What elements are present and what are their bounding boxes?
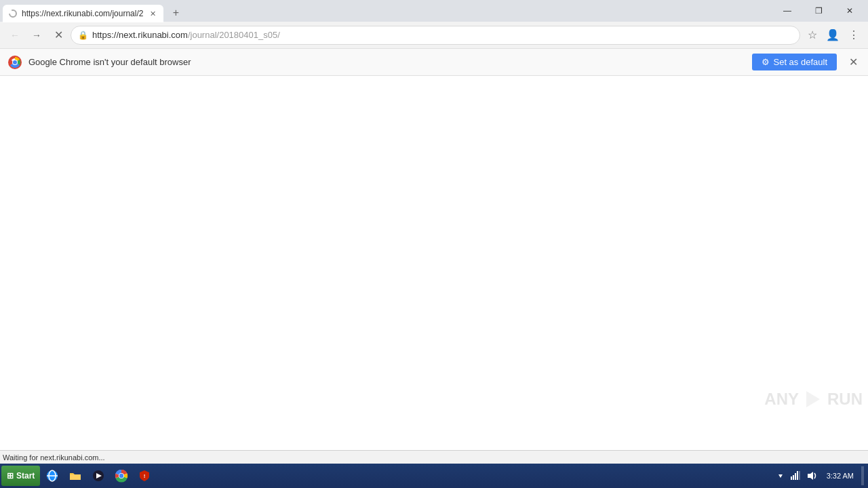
start-label: Start (16, 471, 35, 481)
close-button[interactable]: ✕ (834, 0, 865, 22)
start-icon: ⊞ (7, 471, 14, 481)
tray-volume-button[interactable] (804, 466, 819, 485)
new-tab-button[interactable]: + (166, 4, 185, 22)
tab-close-button[interactable]: ✕ (147, 8, 158, 19)
tray-clock[interactable]: 3:32 AM (821, 466, 860, 485)
taskbar-ie-button[interactable] (41, 466, 63, 485)
tab-favicon (8, 9, 18, 18)
set-default-button[interactable]: ⚙ Set as default (752, 54, 837, 70)
network-icon (790, 470, 801, 481)
chrome-taskbar-icon (115, 469, 128, 483)
url-path: /journal/20180401_s05/ (188, 30, 280, 40)
watermark-text: ANY (764, 390, 799, 409)
tray-arrow-icon (776, 472, 785, 480)
taskbar-chrome-button[interactable] (111, 466, 132, 485)
taskbar-security-button[interactable]: ! (134, 466, 155, 485)
infobar-message: Google Chrome isn't your default browser (28, 57, 745, 67)
svg-marker-14 (778, 474, 783, 478)
url-display: https://next.rikunabi.com/journal/201804… (92, 30, 793, 40)
tray-expand-button[interactable] (774, 466, 787, 485)
status-text: Waiting for next.rikunabi.com... (3, 453, 105, 462)
svg-rect-15 (791, 476, 792, 480)
tab-strip: https://next.rikunabi.com/journal/2 ✕ + (3, 0, 772, 22)
set-default-label: Set as default (774, 57, 828, 67)
active-tab[interactable]: https://next.rikunabi.com/journal/2 ✕ (3, 5, 163, 22)
page-content: ANY RUN (0, 76, 868, 450)
set-default-icon: ⚙ (762, 57, 770, 67)
default-browser-infobar: Google Chrome isn't your default browser… (0, 49, 868, 76)
title-bar: https://next.rikunabi.com/journal/2 ✕ + … (0, 0, 868, 22)
back-button[interactable]: ← (5, 26, 24, 45)
minimize-button[interactable]: — (772, 0, 803, 22)
forward-button[interactable]: → (27, 26, 46, 45)
lock-icon: 🔒 (78, 30, 88, 40)
profile-button[interactable]: 👤 (823, 26, 842, 45)
taskbar-media-button[interactable] (87, 466, 109, 485)
reload-button[interactable]: ✕ (49, 26, 68, 45)
svg-rect-19 (799, 471, 800, 480)
url-domain: https://next.rikunabi.com (92, 30, 188, 40)
ie-icon (45, 469, 59, 483)
svg-point-0 (9, 10, 16, 17)
nav-bar: ← → ✕ 🔒 https://next.rikunabi.com/journa… (0, 22, 868, 49)
svg-point-12 (119, 474, 123, 478)
media-player-icon (92, 469, 105, 483)
svg-rect-18 (797, 471, 798, 480)
toolbar-right: ☆ 👤 ⋮ (803, 26, 863, 45)
taskbar: ⊞ Start (0, 464, 868, 488)
svg-point-3 (13, 60, 17, 64)
system-tray: 3:32 AM (772, 466, 867, 485)
clock-display: 3:32 AM (823, 471, 858, 481)
window-controls: — ❐ ✕ (772, 0, 865, 22)
security-icon: ! (138, 469, 151, 483)
tray-network-button[interactable] (788, 466, 803, 485)
time-text: 3:32 AM (827, 471, 854, 481)
menu-button[interactable]: ⋮ (844, 26, 863, 45)
folder-icon (68, 469, 82, 483)
chrome-logo-icon (8, 56, 22, 69)
maximize-button[interactable]: ❐ (803, 0, 834, 22)
address-bar[interactable]: 🔒 https://next.rikunabi.com/journal/2018… (71, 26, 800, 45)
show-desktop-button[interactable] (861, 466, 864, 485)
watermark-run-text: RUN (827, 390, 863, 409)
bookmark-button[interactable]: ☆ (803, 26, 822, 45)
svg-rect-16 (793, 475, 794, 480)
watermark: ANY RUN (764, 389, 868, 409)
svg-rect-17 (795, 473, 796, 480)
svg-marker-20 (808, 472, 813, 480)
watermark-play-icon (803, 389, 823, 409)
start-button[interactable]: ⊞ Start (1, 466, 40, 486)
status-bar: Waiting for next.rikunabi.com... (0, 450, 868, 464)
infobar-close-button[interactable]: ✕ (846, 56, 860, 69)
volume-icon (806, 470, 817, 481)
taskbar-explorer-button[interactable] (64, 466, 86, 485)
tab-title: https://next.rikunabi.com/journal/2 (22, 9, 143, 18)
svg-marker-4 (806, 391, 820, 407)
svg-text:!: ! (144, 473, 146, 479)
